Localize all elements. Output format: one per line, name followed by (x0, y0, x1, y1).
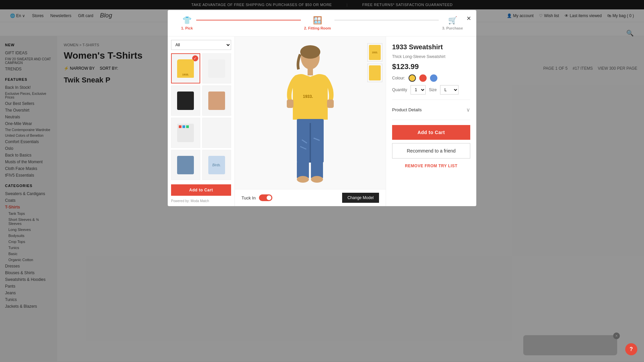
modal-product-list: All ✓ 1933. (168, 37, 235, 206)
quantity-label: Quantity (392, 87, 407, 92)
divider-2 (392, 120, 470, 120)
modal-model-view: 1933. (235, 37, 386, 206)
model-thumb-front[interactable]: 1933. (367, 43, 382, 62)
svg-rect-5 (327, 100, 334, 108)
purchase-icon: 🛒 (448, 16, 457, 25)
modal-product-info: 1933 Sweatshirt Thick Long-Sleeve Sweats… (386, 37, 476, 206)
thumb-img-peach (208, 92, 225, 110)
step-pick-label: 1. Pick (181, 26, 193, 30)
svg-text:1933.: 1933. (303, 94, 313, 99)
step-purchase[interactable]: 🛒 3. Purchase (442, 16, 463, 30)
thumb-img-white-zip (208, 59, 225, 78)
modal-close-button[interactable]: × (467, 14, 471, 23)
product-thumb-1[interactable]: ✓ 1933. (171, 53, 200, 83)
remove-from-try-list-button[interactable]: REMOVE FROM TRY LIST (392, 162, 470, 170)
svg-rect-4 (287, 100, 293, 108)
add-to-cart-button[interactable]: Add to Cart (392, 125, 470, 140)
svg-rect-12 (311, 162, 323, 178)
thumb-img-light-blue: Birds. (208, 156, 225, 174)
thumb-img-colorful (177, 124, 194, 142)
tuck-in-toggle[interactable] (259, 194, 272, 201)
product-price: $123.99 (392, 62, 470, 71)
color-label: Colour: (392, 76, 405, 80)
step-line-2 (334, 20, 439, 20)
pick-icon: 👕 (182, 16, 192, 25)
tuck-in-label: Tuck In (241, 195, 256, 200)
svg-point-14 (311, 176, 323, 183)
change-model-button[interactable]: Change Model (342, 193, 379, 203)
svg-rect-2 (308, 69, 313, 75)
modal-stepper: 👕 1. Pick 🪟 2. Fitting Room 🛒 3. Purchas… (168, 10, 476, 37)
fitting-room-icon: 🪟 (313, 16, 322, 25)
product-thumb-4[interactable] (202, 85, 231, 116)
step-fitting-label: 2. Fitting Room (304, 26, 331, 30)
add-to-cart-left-button[interactable]: Add to Cart (171, 184, 231, 196)
product-thumb-3[interactable] (171, 85, 200, 116)
size-select[interactable]: XS S M L XL (440, 85, 459, 95)
model-thumb-back[interactable] (367, 64, 382, 82)
modal-body: All ✓ 1933. (168, 37, 476, 206)
svg-point-1 (300, 45, 320, 59)
product-subtitle: Thick Long-Sleeve Sweatshirt (392, 54, 470, 59)
product-details-label: Product Details (392, 107, 422, 112)
fitting-room-modal: × 👕 1. Pick 🪟 2. Fitting Room 🛒 3. Purch… (168, 10, 476, 206)
product-thumb-6[interactable] (202, 118, 231, 148)
step-fitting-room[interactable]: 🪟 2. Fitting Room (304, 16, 331, 30)
step-pick[interactable]: 👕 1. Pick (181, 16, 193, 30)
color-swatch-red[interactable] (419, 74, 427, 82)
color-section: Colour: (392, 74, 470, 82)
model-display-area: 1933. (235, 37, 386, 189)
thumb-content-1: 1933. (177, 59, 194, 78)
category-filter[interactable]: All (171, 40, 231, 50)
model-thumbnail-strip: 1933. (367, 43, 382, 82)
product-name: 1933 Sweatshirt (392, 43, 470, 51)
product-thumb-7[interactable] (171, 150, 200, 180)
thumb-img-white2 (208, 124, 225, 142)
thumb-content-2 (208, 59, 225, 78)
tuck-in-controls: Tuck In Change Model (235, 189, 386, 206)
svg-rect-11 (297, 162, 309, 178)
size-label: Size (429, 87, 437, 92)
quantity-size-row: Quantity 1 2 3 Size XS S M L XL (392, 85, 470, 95)
product-thumb-8[interactable]: Birds. (202, 150, 231, 180)
divider-1 (392, 100, 470, 100)
color-swatch-blue[interactable] (430, 74, 437, 82)
product-thumb-2[interactable] (202, 53, 231, 83)
svg-point-13 (297, 176, 309, 183)
step-line-1 (196, 20, 301, 20)
tuck-in-toggle-group: Tuck In (241, 194, 272, 201)
thumb-img-yellow: 1933. (177, 59, 194, 78)
modal-overlay: × 👕 1. Pick 🪟 2. Fitting Room 🛒 3. Purch… (0, 0, 644, 362)
step-purchase-label: 3. Purchase (442, 26, 463, 30)
help-button[interactable]: ? (625, 343, 637, 355)
product-thumbnail-grid: ✓ 1933. (171, 53, 231, 180)
product-details-row[interactable]: Product Details ∨ (392, 105, 470, 115)
svg-rect-10 (310, 123, 311, 163)
color-swatch-yellow[interactable] (409, 74, 416, 82)
product-thumb-5[interactable] (171, 118, 200, 148)
thumb-img-denim (177, 156, 194, 174)
recommend-button[interactable]: Recommend to a friend (392, 143, 470, 159)
chevron-down-icon: ∨ (466, 107, 470, 113)
powered-by: Powered by: Moda Match (171, 199, 231, 203)
thumb-img-black (177, 92, 194, 110)
model-figure: 1933. (273, 43, 347, 183)
quantity-select[interactable]: 1 2 3 (411, 85, 426, 95)
